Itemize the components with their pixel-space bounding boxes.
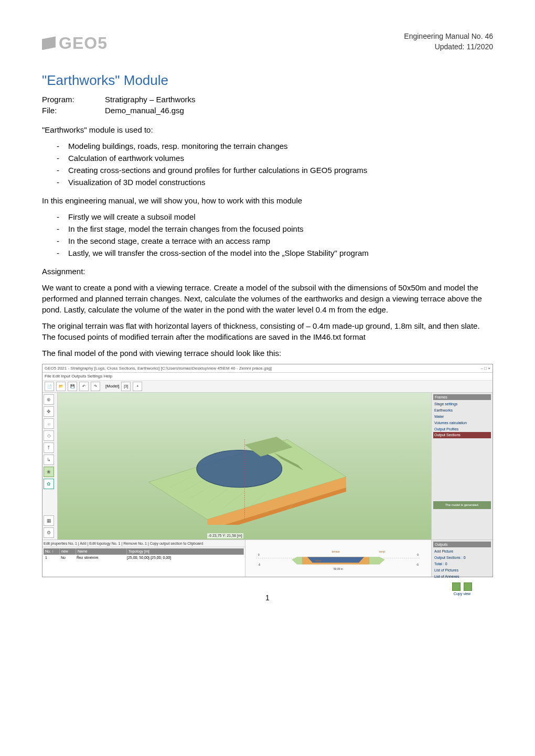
edit-properties-button[interactable]: Edit properties No. 1 [44, 542, 77, 545]
app-body: ⊕ ✥ ⌕ ◇ ⤒ ↳ ❀ ✿ ▦ ⚙ [42, 393, 493, 539]
meta-value-program: Stratigraphy – Earthworks [105, 94, 196, 105]
edit-topology-button[interactable]: Edit topology No. 1 [89, 542, 120, 545]
table-row[interactable]: 1 No Řez stíněním [25,00; 50,00]-[25,00;… [44, 555, 244, 561]
menubar[interactable]: File Edit Input Outputs Settings Help [42, 373, 493, 380]
cell-name: Řez stíněním [75, 555, 125, 561]
toolbar-button[interactable]: 📂 [56, 382, 66, 391]
intro-list: Modeling buildings, roads, resp. monitor… [42, 141, 493, 188]
meta-value-file: Demo_manual_46.gsg [105, 105, 184, 116]
page-header: GEO5 Engineering Manual No. 46 Updated: … [42, 31, 493, 55]
printer-icon[interactable] [452, 582, 461, 591]
assignment-paragraph-2: The original terrain was flat with horiz… [42, 320, 493, 342]
logo-text: GEO5 [59, 31, 108, 55]
svg-text:-5: -5 [416, 564, 419, 566]
add-picture-button[interactable]: Add Picture [433, 548, 491, 555]
stage-button[interactable]: [3] [121, 382, 131, 391]
coordinate-readout: -6 23,75 Y: 21,58 [m] [207, 533, 243, 538]
list-item: Visualization of 3D model constructions [68, 177, 493, 188]
main-toolbar: 📄 📂 💾 ↶ ↷ [Model] [3] + [42, 381, 493, 393]
copy-clipboard-button[interactable]: Copy output section to Clipboard [150, 542, 204, 545]
toolbar-model-label: [Model] [105, 383, 119, 389]
meta-label-program: Program: [42, 94, 105, 105]
list-item: Modeling buildings, roads, resp. monitor… [68, 141, 493, 152]
svg-text:0: 0 [258, 553, 260, 556]
list-item: In the second stage, create a terrace wi… [68, 235, 493, 246]
header-meta: Engineering Manual No. 46 Updated: 11/20… [404, 31, 493, 52]
axis2-tool-icon[interactable]: ↳ [44, 455, 54, 465]
updated-date: Updated: 11/2020 [404, 42, 493, 52]
label-water: water [315, 559, 322, 562]
cell-new: No [59, 555, 75, 561]
svg-text:-5: -5 [258, 564, 261, 566]
frame-item-volumes[interactable]: Volumes calculation [433, 420, 491, 426]
list-of-annexes-button[interactable]: List of Annexes [433, 574, 491, 580]
x-axis-max: 50,00 m [334, 568, 343, 570]
page-number: 1 [42, 593, 493, 603]
toolbar-button[interactable]: ↷ [91, 382, 100, 391]
toolbar-button[interactable]: 📄 [45, 382, 54, 391]
printer-icon[interactable] [464, 582, 472, 591]
assignment-paragraph-1: We want to create a pond with a viewing … [42, 282, 493, 315]
model-generated-note: The model is generated. [433, 501, 491, 509]
pan-tool-icon[interactable]: ✥ [44, 406, 54, 417]
section-preview: terrace ramp water 50,00 m 0 -5 0 -5 [245, 540, 431, 577]
col-new: new [60, 548, 76, 555]
remove-button[interactable]: Remove No. 1 [123, 542, 147, 545]
frame-item-output-sections[interactable]: Output Sections [433, 432, 491, 438]
output-icon-row [433, 582, 491, 591]
left-toolbox: ⊕ ✥ ⌕ ◇ ⤒ ↳ ❀ ✿ ▦ ⚙ [42, 393, 58, 539]
label-ramp: ramp [379, 550, 385, 553]
toolbar-button[interactable]: ↶ [79, 382, 89, 391]
table-header-row: No. ↑ new Name Topology [m] [44, 548, 244, 555]
col-no: No. ↑ [44, 548, 60, 555]
meta-row-program: Program: Stratigraphy – Earthworks [42, 94, 493, 105]
rotate-tool-icon[interactable]: ◇ [44, 430, 54, 441]
cross-section-svg: terrace ramp water 50,00 m 0 -5 0 -5 [256, 545, 421, 571]
grid-tool-icon[interactable]: ▦ [44, 515, 54, 526]
frames-header: Frames [433, 394, 491, 401]
list-item: Calculation of earthwork volumes [68, 153, 493, 164]
list-of-pictures-button[interactable]: List of Pictures [433, 567, 491, 574]
gear-tool-icon[interactable]: ⚙ [44, 527, 54, 538]
page-title: "Earthworks" Module [42, 71, 493, 90]
toolbar-button[interactable]: 💾 [68, 382, 77, 391]
3d-viewport[interactable]: -6 23,75 Y: 21,58 [m] [58, 393, 431, 539]
col-topology: Topology [m] [127, 548, 244, 555]
frame-item-earthworks[interactable]: Earthworks [433, 407, 491, 414]
intro-text: "Earthworks" module is used to: [42, 124, 493, 135]
label-terrace: terrace [332, 550, 340, 553]
table-toolbar: Edit properties No. 1 | Add | Edit topol… [42, 540, 245, 548]
view-tool-icon[interactable]: ❀ [44, 467, 54, 477]
view2-tool-icon[interactable]: ✿ [44, 479, 54, 489]
meta-row-file: File: Demo_manual_46.gsg [42, 105, 493, 116]
frame-item-stage-settings[interactable]: Stage settings [433, 401, 491, 407]
frame-item-water[interactable]: Water [433, 414, 491, 420]
assignment-label: Assignment: [42, 266, 493, 277]
screenshot: GEO5 2021 - Stratigraphy [Logs, Cross Se… [42, 364, 493, 577]
output-sections-table-area: Edit properties No. 1 | Add | Edit topol… [42, 540, 245, 577]
list-item: Lastly, we will transfer the cross-secti… [68, 247, 493, 258]
zoom-tool-icon[interactable]: ⌕ [44, 418, 54, 429]
col-name: Name [76, 548, 127, 555]
cell-topology: [25,00; 50,00]-[25,00; 0,00] [125, 555, 244, 561]
bottom-dock: Edit properties No. 1 | Add | Edit topol… [42, 539, 493, 577]
svg-text:0: 0 [417, 553, 419, 556]
cell-no: 1 [44, 555, 59, 561]
list-item: Creating cross-sections and ground profi… [68, 165, 493, 176]
frame-item-output-profiles[interactable]: Output Profiles [433, 426, 491, 433]
add-stage-button[interactable]: + [133, 382, 142, 391]
total-count: Total : 0 [433, 561, 491, 567]
logo-icon [42, 36, 56, 50]
final-model-intro: The final model of the pond with viewing… [42, 348, 493, 359]
spacer [44, 491, 56, 514]
goals-intro: In this engineering manual, we will show… [42, 195, 493, 206]
logo: GEO5 [42, 31, 108, 55]
goals-list: Firstly we will create a subsoil model I… [42, 211, 493, 258]
window-controls[interactable]: – □ × [481, 365, 490, 371]
copy-view-button[interactable]: Copy view [433, 591, 491, 597]
add-button[interactable]: Add [80, 542, 86, 545]
window-titlebar: GEO5 2021 - Stratigraphy [Logs, Cross Se… [42, 364, 493, 373]
output-sections-count: Output Sections : 0 [433, 555, 491, 561]
axis-tool-icon[interactable]: ⤒ [44, 442, 54, 453]
move-tool-icon[interactable]: ⊕ [44, 394, 54, 405]
